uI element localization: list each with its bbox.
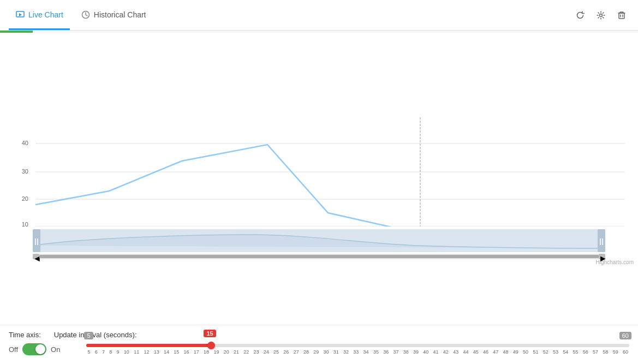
bottom-controls: Time axis: Update interval (seconds): Of… xyxy=(0,325,638,364)
slider-container: 15 5 60 567 8910 111213 141516 171819 20… xyxy=(86,344,629,355)
settings-button[interactable] xyxy=(593,8,609,23)
svg-marker-1 xyxy=(19,13,22,16)
svg-point-3 xyxy=(600,14,603,16)
toggle-on-label: On xyxy=(51,345,60,354)
svg-rect-4 xyxy=(619,13,624,19)
live-icon xyxy=(15,10,25,20)
chart-area: 40 30 20 10 0 temperature: xyxy=(0,33,638,325)
slider-track[interactable]: 15 5 60 xyxy=(86,344,629,347)
slider-fill xyxy=(86,344,211,347)
time-axis-row: Time axis: Update interval (seconds): xyxy=(9,331,629,339)
slider-thumb[interactable]: 15 xyxy=(207,342,215,349)
toggle-off-label: Off xyxy=(9,345,18,354)
slider-value-badge: 15 xyxy=(204,330,216,337)
scroll-left-btn[interactable]: ◄ xyxy=(33,254,39,259)
scroll-thumb[interactable] xyxy=(39,255,599,258)
app-container: Live Chart Historical Chart xyxy=(0,0,638,364)
svg-rect-24 xyxy=(598,229,605,252)
highcharts-credit: Highcharts.com xyxy=(0,259,638,266)
y-label-10: 10 xyxy=(22,221,28,226)
scroll-track xyxy=(39,255,599,258)
slider-min-badge: 5 xyxy=(84,332,93,339)
y-label-20: 20 xyxy=(22,195,28,202)
time-axis-label: Time axis: xyxy=(9,331,41,339)
tab-historical-label: Historical Chart xyxy=(94,10,146,19)
refresh-button[interactable] xyxy=(573,8,588,23)
update-interval-label: Update interval (seconds): xyxy=(54,331,137,339)
navigator-scrollbar[interactable]: ◄ ► xyxy=(33,254,605,259)
y-label-40: 40 xyxy=(22,140,28,146)
toolbar-right xyxy=(573,8,629,23)
toggle-row: Off On 15 5 60 567 8910 111213 xyxy=(9,343,629,355)
tabs-bar: Live Chart Historical Chart xyxy=(0,0,638,31)
toggle-switch[interactable] xyxy=(22,343,46,355)
delete-button[interactable] xyxy=(614,8,629,23)
navigator: 17:33:15 17:33:30 17:33:45 ◄ ► xyxy=(33,226,605,259)
slider-max-badge: 60 xyxy=(619,332,631,339)
tab-live-label: Live Chart xyxy=(28,10,63,19)
scroll-right-btn[interactable]: ► xyxy=(599,254,605,259)
svg-rect-21 xyxy=(33,229,40,252)
tab-historical[interactable]: Historical Chart xyxy=(74,0,153,30)
historical-icon xyxy=(81,10,91,20)
tab-live[interactable]: Live Chart xyxy=(9,0,70,30)
y-label-30: 30 xyxy=(22,168,28,175)
main-chart-svg: 40 30 20 10 0 temperature: xyxy=(0,38,638,226)
slider-ticks: 567 8910 111213 141516 171819 202122 232… xyxy=(86,349,629,355)
toggle-knob xyxy=(35,344,45,354)
